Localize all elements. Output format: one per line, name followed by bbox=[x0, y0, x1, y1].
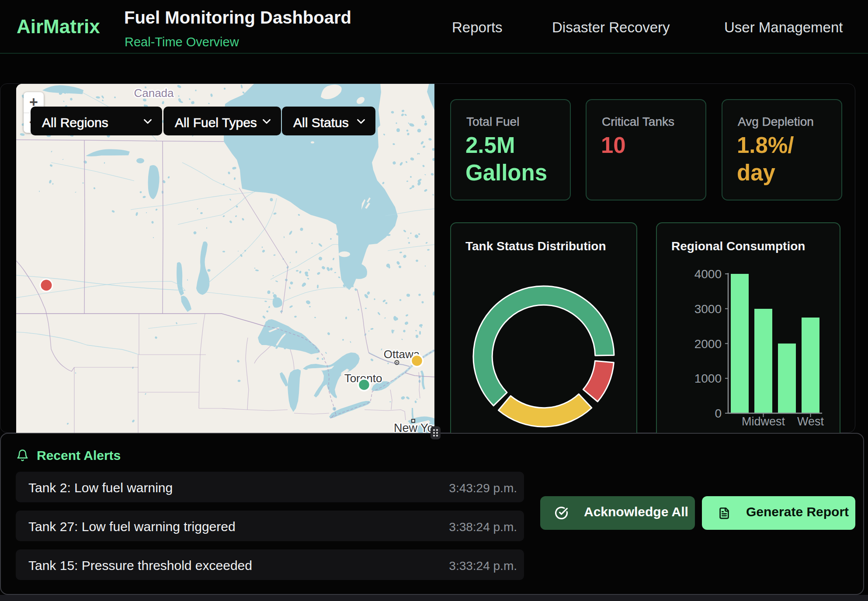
svg-text:Midwest: Midwest bbox=[742, 415, 785, 428]
svg-text:0: 0 bbox=[715, 407, 722, 420]
svg-text:West: West bbox=[797, 415, 824, 428]
svg-text:1000: 1000 bbox=[694, 372, 722, 385]
svg-text:New York: New York bbox=[394, 421, 434, 433]
svg-text:4000: 4000 bbox=[694, 267, 722, 281]
svg-text:Canada: Canada bbox=[134, 86, 174, 100]
svg-text:2000: 2000 bbox=[694, 337, 722, 351]
svg-text:3000: 3000 bbox=[694, 302, 722, 316]
